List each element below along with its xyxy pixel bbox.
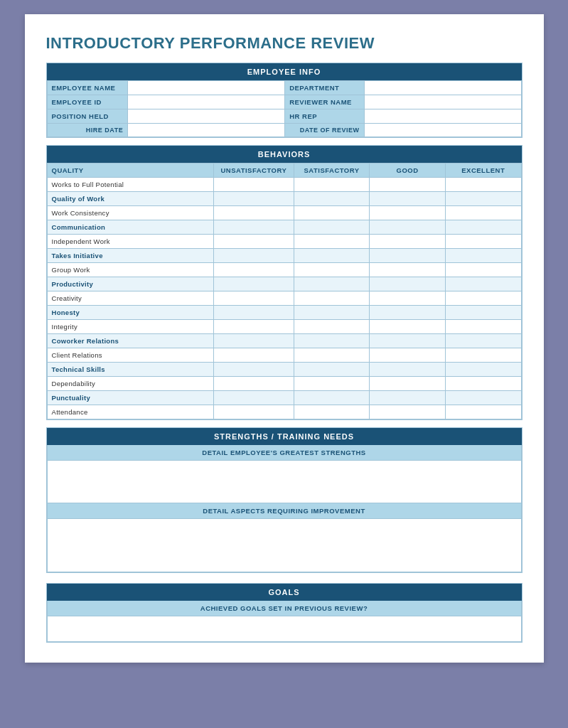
behavior-row: Productivity xyxy=(47,277,521,291)
page-title: INTRODUCTORY PERFORMANCE REVIEW xyxy=(46,34,523,53)
department-value[interactable] xyxy=(364,81,521,95)
rating-cell[interactable] xyxy=(213,377,294,391)
rating-cell[interactable] xyxy=(213,249,294,263)
rating-cell[interactable] xyxy=(213,405,294,419)
employee-id-value[interactable] xyxy=(128,95,285,109)
rating-cell[interactable] xyxy=(445,405,521,419)
rating-cell[interactable] xyxy=(370,178,446,192)
reviewer-name-value[interactable] xyxy=(364,95,521,109)
rating-cell[interactable] xyxy=(445,263,521,277)
behavior-row: Takes Initiative xyxy=(47,249,521,263)
behaviors-rows: Works to Full PotentialQuality of WorkWo… xyxy=(47,178,521,419)
rating-cell[interactable] xyxy=(213,391,294,405)
rating-cell[interactable] xyxy=(294,291,370,306)
date-of-review-value[interactable] xyxy=(364,124,521,137)
rating-cell[interactable] xyxy=(213,334,294,348)
rating-cell[interactable] xyxy=(445,178,521,192)
rating-cell[interactable] xyxy=(445,235,521,249)
rating-cell[interactable] xyxy=(213,235,294,249)
rating-cell[interactable] xyxy=(294,249,370,263)
rating-cell[interactable] xyxy=(213,291,294,306)
rating-cell[interactable] xyxy=(370,391,446,405)
employee-info-header: EMPLOYEE INFO xyxy=(47,63,522,80)
rating-cell[interactable] xyxy=(294,263,370,277)
col-quality: QUALITY xyxy=(47,164,213,178)
employee-name-value[interactable] xyxy=(128,81,285,95)
rating-cell[interactable] xyxy=(445,306,521,320)
strengths-outer: STRENGTHS / TRAINING NEEDS DETAIL EMPLOY… xyxy=(46,427,523,573)
rating-cell[interactable] xyxy=(213,306,294,320)
rating-cell[interactable] xyxy=(370,235,446,249)
rating-cell[interactable] xyxy=(445,320,521,334)
rating-cell[interactable] xyxy=(213,220,294,235)
rating-cell[interactable] xyxy=(294,306,370,320)
rating-cell[interactable] xyxy=(213,320,294,334)
behavior-label: Productivity xyxy=(47,277,213,291)
rating-cell[interactable] xyxy=(213,277,294,291)
rating-cell[interactable] xyxy=(294,320,370,334)
rating-cell[interactable] xyxy=(370,192,446,206)
rating-cell[interactable] xyxy=(370,206,446,220)
employee-info-section: EMPLOYEE INFO EMPLOYEE NAME DEPARTMENT E… xyxy=(46,63,523,138)
rating-cell[interactable] xyxy=(445,277,521,291)
rating-cell[interactable] xyxy=(213,178,294,192)
rating-cell[interactable] xyxy=(294,391,370,405)
rating-cell[interactable] xyxy=(370,263,446,277)
behavior-label: Punctuality xyxy=(47,391,213,405)
rating-cell[interactable] xyxy=(294,178,370,192)
employee-name-label: EMPLOYEE NAME xyxy=(47,81,128,95)
strengths-text-area[interactable] xyxy=(47,461,522,503)
rating-cell[interactable] xyxy=(294,334,370,348)
rating-cell[interactable] xyxy=(370,377,446,391)
rating-cell[interactable] xyxy=(294,220,370,235)
rating-cell[interactable] xyxy=(294,192,370,206)
rating-cell[interactable] xyxy=(370,291,446,306)
rating-cell[interactable] xyxy=(213,348,294,363)
rating-cell[interactable] xyxy=(370,306,446,320)
rating-cell[interactable] xyxy=(445,334,521,348)
achieved-goals-text-area[interactable] xyxy=(47,616,522,642)
behavior-row: Coworker Relations xyxy=(47,334,521,348)
rating-cell[interactable] xyxy=(294,363,370,377)
improvement-text-area[interactable] xyxy=(47,519,522,572)
rating-cell[interactable] xyxy=(294,235,370,249)
rating-cell[interactable] xyxy=(445,206,521,220)
rating-cell[interactable] xyxy=(294,206,370,220)
rating-cell[interactable] xyxy=(445,391,521,405)
position-held-label: POSITION HELD xyxy=(47,109,128,124)
rating-cell[interactable] xyxy=(445,348,521,363)
rating-cell[interactable] xyxy=(294,277,370,291)
rating-cell[interactable] xyxy=(445,249,521,263)
behavior-label: Group Work xyxy=(47,263,213,277)
hire-date-row: HIRE DATE DATE OF REVIEW xyxy=(47,124,521,137)
position-held-value[interactable] xyxy=(128,109,285,124)
rating-cell[interactable] xyxy=(370,249,446,263)
date-of-review-label: DATE OF REVIEW xyxy=(285,124,364,137)
rating-cell[interactable] xyxy=(213,263,294,277)
rating-cell[interactable] xyxy=(445,192,521,206)
rating-cell[interactable] xyxy=(370,320,446,334)
behavior-label: Coworker Relations xyxy=(47,334,213,348)
col-good: GOOD xyxy=(370,164,446,178)
behavior-label: Integrity xyxy=(47,320,213,334)
hire-date-value[interactable] xyxy=(128,124,285,137)
rating-cell[interactable] xyxy=(370,334,446,348)
rating-cell[interactable] xyxy=(370,277,446,291)
behaviors-table: QUALITY UNSATISFACTORY SATISFACTORY GOOD… xyxy=(47,163,522,419)
col-excellent: EXCELLENT xyxy=(445,164,521,178)
rating-cell[interactable] xyxy=(370,220,446,235)
rating-cell[interactable] xyxy=(213,206,294,220)
rating-cell[interactable] xyxy=(370,405,446,419)
rating-cell[interactable] xyxy=(445,377,521,391)
hr-rep-value[interactable] xyxy=(364,109,521,124)
rating-cell[interactable] xyxy=(213,192,294,206)
rating-cell[interactable] xyxy=(445,220,521,235)
rating-cell[interactable] xyxy=(294,405,370,419)
rating-cell[interactable] xyxy=(294,348,370,363)
rating-cell[interactable] xyxy=(213,363,294,377)
rating-cell[interactable] xyxy=(370,363,446,377)
rating-cell[interactable] xyxy=(445,291,521,306)
rating-cell[interactable] xyxy=(294,377,370,391)
rating-cell[interactable] xyxy=(370,348,446,363)
rating-cell[interactable] xyxy=(445,363,521,377)
